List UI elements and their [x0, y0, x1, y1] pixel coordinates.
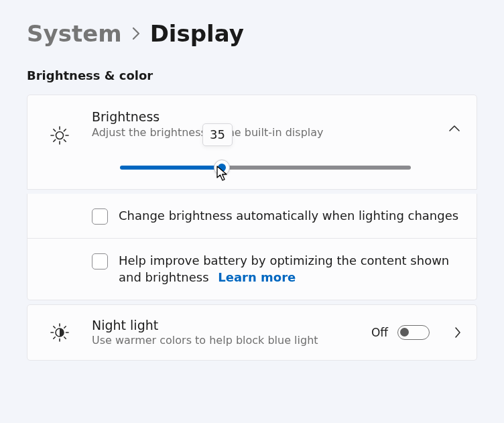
svg-line-6 [64, 139, 66, 141]
learn-more-link[interactable]: Learn more [218, 270, 296, 284]
brightness-battery-row: Help improve battery by optimizing the c… [27, 239, 477, 300]
auto-brightness-label: Change brightness automatically when lig… [119, 207, 458, 224]
brightness-auto-row: Change brightness automatically when lig… [27, 194, 477, 239]
night-light-toggle-state: Off [371, 326, 388, 339]
battery-optimize-label: Help improve battery by optimizing the c… [119, 252, 460, 286]
section-title: Brightness & color [27, 68, 477, 82]
night-light-arrow-icon[interactable] [454, 326, 462, 339]
svg-line-14 [54, 326, 55, 328]
svg-line-7 [54, 139, 56, 141]
svg-point-0 [56, 132, 64, 139]
battery-optimize-checkbox[interactable] [92, 253, 108, 269]
breadcrumb-current: Display [150, 20, 244, 47]
auto-brightness-checkbox[interactable] [92, 208, 108, 225]
collapse-chevron-icon[interactable] [448, 109, 460, 133]
sun-icon [49, 125, 70, 146]
night-light-card[interactable]: Night light Use warmer colors to help bl… [27, 304, 477, 361]
night-light-subtitle: Use warmer colors to help block blue lig… [92, 333, 359, 348]
brightness-subtitle: Adjust the brightness of the built-in di… [92, 125, 436, 140]
breadcrumb-parent[interactable]: System [27, 20, 122, 47]
svg-line-16 [54, 337, 55, 339]
brightness-slider[interactable] [120, 165, 411, 170]
breadcrumb: System Display [27, 20, 477, 47]
chevron-right-icon [131, 27, 141, 40]
svg-line-17 [64, 326, 66, 328]
night-light-toggle[interactable] [397, 325, 430, 340]
night-light-title: Night light [92, 317, 359, 334]
svg-line-5 [54, 129, 56, 131]
brightness-value-tooltip: 35 [202, 123, 233, 146]
svg-line-8 [64, 129, 66, 131]
svg-line-15 [64, 337, 66, 339]
slider-thumb[interactable] [214, 160, 230, 176]
brightness-card[interactable]: Brightness Adjust the brightness of the … [27, 95, 477, 190]
night-light-icon [49, 322, 70, 343]
brightness-title: Brightness [92, 109, 436, 125]
